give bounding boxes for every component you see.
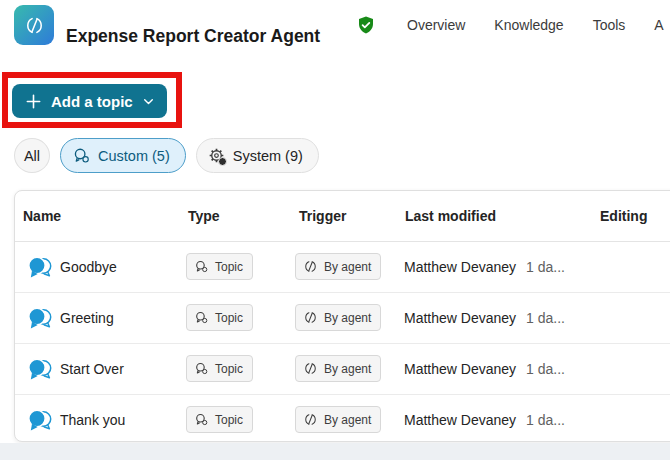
chat-bubble-icon	[194, 412, 209, 427]
page-background	[0, 443, 670, 460]
filter-system[interactable]: System (9)	[196, 138, 319, 173]
agent-glyph-icon	[303, 412, 318, 427]
top-nav: Overview Knowledge Tools A	[407, 0, 664, 50]
filter-system-label: System (9)	[233, 148, 303, 164]
plus-icon	[25, 93, 42, 110]
table-row[interactable]: Start Over Topic	[15, 343, 670, 394]
trigger-badge: By agent	[295, 355, 381, 382]
last-modified-cell: Matthew Devaney 1 da...	[404, 242, 565, 292]
type-badge-label: Topic	[215, 413, 243, 427]
topic-name: Goodbye	[60, 242, 117, 292]
type-badge: Topic	[186, 406, 253, 433]
topic-bubble-icon	[27, 305, 53, 331]
modified-at: 1 da...	[526, 310, 565, 326]
trigger-badge-label: By agent	[324, 311, 371, 325]
column-header-trigger: Trigger	[299, 191, 346, 241]
last-modified-cell: Matthew Devaney 1 da...	[404, 293, 565, 343]
topic-name: Start Over	[60, 344, 124, 394]
agent-glyph-icon	[303, 361, 318, 376]
trigger-badge-label: By agent	[324, 413, 371, 427]
column-header-name: Name	[23, 191, 61, 241]
filter-all-label: All	[24, 148, 40, 164]
topic-bubble-icon	[27, 407, 53, 433]
column-header-modified: Last modified	[405, 191, 496, 241]
topics-table: Name Type Trigger Last modified Editing …	[14, 190, 670, 442]
agent-logo-icon	[14, 5, 54, 45]
verified-shield-icon	[356, 15, 376, 35]
topic-filters: All Custom (5) System (9)	[14, 138, 319, 173]
modified-by: Matthew Devaney	[404, 361, 516, 377]
nav-tab-knowledge[interactable]: Knowledge	[494, 17, 563, 33]
nav-tab-truncated[interactable]: A	[654, 17, 663, 33]
table-row[interactable]: Greeting Topic	[15, 292, 670, 343]
agent-glyph-icon	[303, 259, 318, 274]
table-header: Name Type Trigger Last modified Editing	[15, 191, 670, 242]
table-row[interactable]: Thank you Topic	[15, 394, 670, 445]
type-badge: Topic	[186, 253, 253, 280]
page-title: Expense Report Creator Agent	[66, 12, 320, 62]
last-modified-cell: Matthew Devaney 1 da...	[404, 344, 565, 394]
nav-tab-overview[interactable]: Overview	[407, 17, 465, 33]
topic-bubble-icon	[27, 356, 53, 382]
column-header-type: Type	[188, 191, 220, 241]
nav-tab-tools[interactable]: Tools	[593, 17, 626, 33]
type-badge-label: Topic	[215, 311, 243, 325]
trigger-badge: By agent	[295, 253, 381, 280]
add-topic-label: Add a topic	[51, 93, 133, 110]
modified-at: 1 da...	[526, 259, 565, 275]
last-modified-cell: Matthew Devaney 1 da...	[404, 395, 565, 445]
trigger-badge-label: By agent	[324, 362, 371, 376]
chat-bubbles-icon	[72, 146, 91, 165]
modified-by: Matthew Devaney	[404, 259, 516, 275]
app-header: Expense Report Creator Agent Overview Kn…	[0, 0, 670, 50]
table-body: Goodbye Topic B	[15, 242, 670, 445]
type-badge: Topic	[186, 304, 253, 331]
filter-custom[interactable]: Custom (5)	[60, 138, 186, 173]
topic-name: Greeting	[60, 293, 114, 343]
chat-bubble-icon	[194, 310, 209, 325]
filter-custom-label: Custom (5)	[98, 148, 170, 164]
add-topic-button[interactable]: Add a topic	[12, 84, 167, 118]
topic-name: Thank you	[60, 395, 125, 445]
modified-at: 1 da...	[526, 412, 565, 428]
chevron-down-icon	[142, 95, 155, 108]
chat-bubble-icon	[194, 259, 209, 274]
modified-at: 1 da...	[526, 361, 565, 377]
gear-badge-icon	[207, 146, 226, 165]
agent-glyph-icon	[303, 310, 318, 325]
type-badge-label: Topic	[215, 362, 243, 376]
modified-by: Matthew Devaney	[404, 310, 516, 326]
type-badge: Topic	[186, 355, 253, 382]
filter-all[interactable]: All	[14, 138, 50, 173]
column-header-editing: Editing	[600, 191, 647, 241]
table-row[interactable]: Goodbye Topic B	[15, 242, 670, 292]
chat-bubble-icon	[194, 361, 209, 376]
page: Expense Report Creator Agent Overview Kn…	[0, 0, 670, 460]
topic-bubble-icon	[27, 254, 53, 280]
type-badge-label: Topic	[215, 260, 243, 274]
trigger-badge-label: By agent	[324, 260, 371, 274]
trigger-badge: By agent	[295, 406, 381, 433]
trigger-badge: By agent	[295, 304, 381, 331]
modified-by: Matthew Devaney	[404, 412, 516, 428]
